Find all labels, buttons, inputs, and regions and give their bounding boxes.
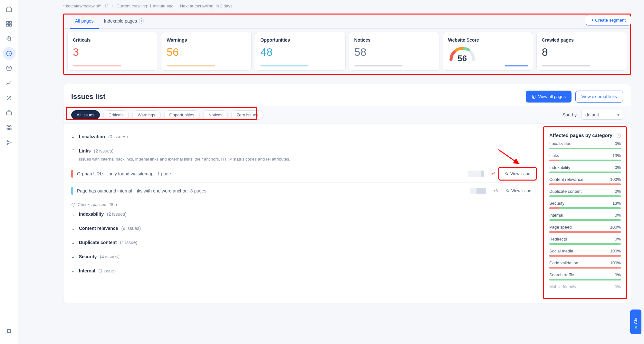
svg-rect-3 (6, 25, 8, 26)
stat-crawled-pages[interactable]: Crawled pages 8 (536, 32, 627, 71)
svg-point-13 (10, 142, 11, 143)
check-circle-icon (71, 202, 76, 207)
affected-category-item[interactable]: Security13% (549, 201, 621, 209)
stat-notices[interactable]: Notices 58 (349, 32, 439, 71)
tabs-row: All pages Indexable pages i (64, 15, 630, 29)
tab-all-pages[interactable]: All pages (70, 15, 99, 29)
tab-indexable-pages[interactable]: Indexable pages i (99, 15, 149, 29)
info-icon[interactable]: i (139, 18, 144, 24)
sort-label: Sort by: (562, 112, 578, 117)
severity-critical-icon (71, 170, 73, 178)
nav-target-icon[interactable] (3, 32, 15, 45)
nav-home-icon[interactable] (3, 3, 15, 15)
svg-rect-1 (9, 22, 11, 24)
svg-point-17 (506, 190, 508, 192)
category-content-relevance[interactable]: ⌄ Content relevance (9 issues) (71, 221, 535, 235)
severity-notice-icon (71, 187, 73, 195)
filter-criticals[interactable]: Criticals (103, 110, 129, 120)
nav-magic-icon[interactable] (3, 92, 15, 104)
affected-category-item[interactable]: Code validation100% (549, 260, 621, 269)
category-internal[interactable]: ⌄ Internal (1 issue) (71, 264, 535, 278)
domain-text[interactable]: *.kotcafewroclaw.pl/* (63, 4, 101, 8)
svg-point-10 (7, 128, 8, 130)
stat-website-score[interactable]: Website Score 56 (443, 32, 533, 71)
view-all-pages-button[interactable]: View all pages (526, 91, 572, 103)
annotation-stats-box: All pages Indexable pages i Criticals 3 … (63, 14, 631, 75)
svg-point-14 (7, 143, 8, 144)
annotation-view-issue-box: View issue (498, 167, 537, 181)
nav-trend-icon[interactable] (3, 77, 15, 90)
svg-point-12 (7, 140, 8, 141)
nav-apps-icon[interactable] (3, 121, 15, 134)
filter-warnings[interactable]: Warnings (132, 110, 160, 120)
view-issue-button[interactable]: View issue (502, 186, 535, 195)
issues-title: Issues list (71, 93, 105, 101)
category-links-desc: Issues with internal backlinks, internal… (79, 157, 535, 162)
category-localization[interactable]: ⌄ Localization (0 issues) (71, 130, 535, 144)
main-content: *.kotcafewroclaw.pl/* • Current crawling… (18, 0, 644, 344)
filter-row: All issues Criticals Warnings Opportunit… (63, 106, 631, 124)
stat-opportunities[interactable]: Opportunities 48 (255, 32, 345, 71)
sidebar (0, 0, 18, 344)
category-duplicate-content[interactable]: ⌄ Duplicate content (1 issue) (71, 235, 535, 250)
svg-rect-11 (9, 128, 11, 130)
category-links[interactable]: ⌃ Links (2 issues) (71, 144, 535, 158)
affected-category-item[interactable]: Indexability0% (549, 165, 621, 173)
next-crawling: Next autocrawling: in 2 days (180, 4, 233, 8)
svg-rect-7 (6, 112, 11, 115)
affected-category-item[interactable]: Search traffic0% (549, 272, 621, 280)
view-external-links-button[interactable]: View external links (575, 91, 623, 103)
svg-rect-0 (6, 22, 8, 24)
chevron-down-icon: ⌄ (71, 211, 76, 217)
checks-passed[interactable]: Checks passed: 28 ▾ (71, 202, 535, 207)
affected-category-item[interactable]: Duplicate content0% (549, 189, 621, 197)
issue-item: Page has outbound internal links with on… (71, 183, 535, 199)
external-link-icon[interactable] (105, 4, 109, 8)
category-security[interactable]: ⌄ Security (4 issues) (71, 250, 535, 264)
stats-row: Criticals 3 Warnings 56 Opportunities 48 (64, 29, 630, 74)
affected-category-item[interactable]: Content relevance100% (549, 177, 621, 185)
chevron-down-icon: ⌄ (71, 240, 76, 245)
svg-point-9 (9, 125, 11, 127)
filter-opportunities[interactable]: Opportunities (164, 110, 200, 120)
nav-dashboard-icon[interactable] (3, 17, 15, 30)
issue-sparkline (470, 188, 486, 194)
affected-category-item[interactable]: Links13% (549, 153, 621, 161)
affected-category-item[interactable]: Localization0% (549, 141, 621, 149)
issues-left: ⌄ Localization (0 issues) ⌃ Links (2 iss… (63, 124, 543, 303)
stat-warnings[interactable]: Warnings 56 (161, 32, 252, 71)
chevron-down-icon: ⌄ (71, 226, 76, 231)
filter-zero-issues[interactable]: Zero issues (231, 110, 264, 120)
affected-category-item[interactable]: Mobile friendly0% (549, 284, 621, 289)
affected-title: Affected pages by category (549, 133, 612, 138)
nav-activity-icon[interactable] (3, 62, 15, 75)
svg-point-6 (6, 66, 11, 71)
nav-settings-icon[interactable] (3, 325, 15, 338)
affected-category-item[interactable]: Internal0% (549, 213, 621, 221)
svg-rect-2 (9, 25, 11, 26)
chevron-down-icon: ⌄ (71, 134, 76, 139)
chat-widget[interactable]: Chat (630, 310, 641, 334)
chevron-down-icon: ⌄ (71, 268, 76, 273)
filter-all-issues[interactable]: All issues (71, 110, 100, 120)
issues-panel: Issues list View all pages View external… (63, 84, 631, 303)
affected-category-item[interactable]: Redirects0% (549, 237, 621, 245)
affected-category-item[interactable]: Page speed100% (549, 225, 621, 233)
stat-criticals[interactable]: Criticals 3 (67, 32, 158, 71)
create-segment-button[interactable]: +Create segment (586, 15, 631, 25)
nav-share-icon[interactable] (3, 136, 15, 149)
filter-notices[interactable]: Notices (203, 110, 228, 120)
nav-audit-icon[interactable] (3, 47, 15, 60)
category-indexability[interactable]: ⌄ Indexability (2 issues) (71, 207, 535, 221)
score-gauge-icon: 56 (448, 44, 476, 62)
issue-item: Orphan URLs - only found via sitemap: 1 … (71, 165, 535, 183)
svg-point-16 (505, 172, 507, 174)
affected-category-item[interactable]: Social media100% (549, 249, 621, 257)
issue-sparkline (468, 171, 484, 177)
topbar: *.kotcafewroclaw.pl/* • Current crawling… (63, 0, 631, 12)
view-issue-button[interactable]: View issue (501, 169, 534, 178)
info-icon[interactable]: i (616, 133, 621, 138)
nav-briefcase-icon[interactable] (3, 106, 15, 119)
sort-select[interactable]: default (581, 110, 623, 120)
affected-pages-panel: Affected pages by category i Localizatio… (543, 126, 627, 299)
